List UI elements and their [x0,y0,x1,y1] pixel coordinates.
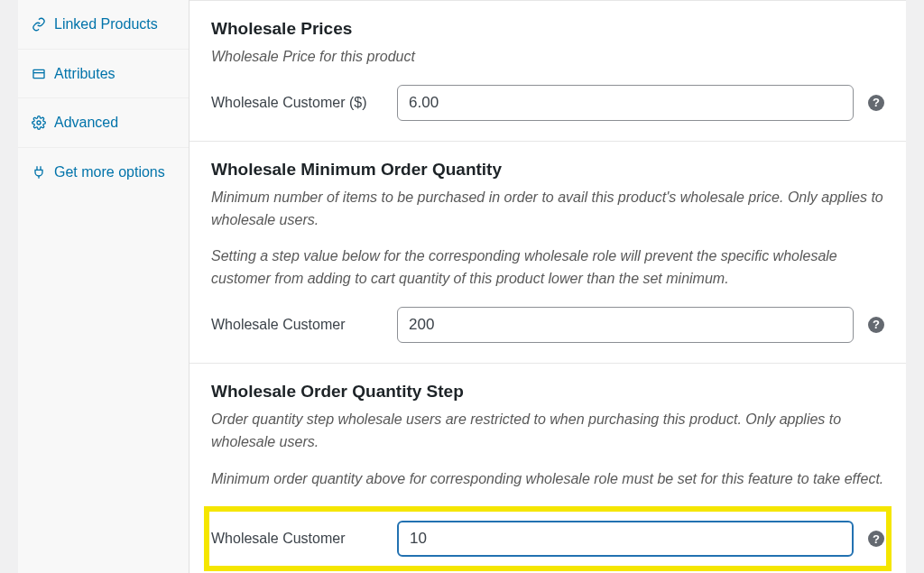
sidebar-item-label: Get more options [54,162,165,182]
section-help-text: Wholesale Price for this product [211,46,884,69]
help-icon[interactable]: ? [868,95,884,111]
svg-point-2 [37,121,41,125]
min-qty-input[interactable] [397,307,854,343]
field-row-step: Wholesale Customer ? [211,521,884,557]
step-input[interactable] [397,521,854,557]
section-wholesale-prices: Wholesale Prices Wholesale Price for thi… [189,0,906,142]
svg-rect-0 [33,69,44,78]
section-help-text: Minimum number of items to be purchased … [211,187,884,232]
field-label: Wholesale Customer ($) [211,95,383,111]
field-label: Wholesale Customer [211,531,383,547]
section-title: Wholesale Order Quantity Step [211,382,884,402]
section-help-text: Setting a step value below for the corre… [211,245,884,291]
wholesale-price-input[interactable] [397,85,854,121]
field-label: Wholesale Customer [211,317,383,333]
section-wholesale-step: Wholesale Order Quantity Step Order quan… [189,364,906,573]
sidebar-item-label: Linked Products [54,14,158,34]
field-row-min-qty: Wholesale Customer ? [211,307,884,343]
link-icon [31,16,47,32]
layout: Linked Products Attributes [18,0,906,573]
help-icon[interactable]: ? [868,317,884,333]
help-icon[interactable]: ? [868,531,884,547]
sidebar-item-advanced[interactable]: Advanced [18,98,189,148]
sidebar-item-attributes[interactable]: Attributes [18,50,189,99]
section-help-text: Minimum order quantity above for corresp… [211,468,884,491]
card-icon [31,66,47,82]
section-title: Wholesale Minimum Order Quantity [211,160,884,180]
main-content: Wholesale Prices Wholesale Price for thi… [189,0,906,573]
section-help-text: Order quantity step wholesale users are … [211,409,884,454]
sidebar-item-label: Advanced [54,113,118,133]
sidebar-item-get-more-options[interactable]: Get more options [18,148,189,197]
section-wholesale-min-qty: Wholesale Minimum Order Quantity Minimum… [189,142,906,364]
plug-icon [31,164,47,180]
sidebar-item-linked-products[interactable]: Linked Products [18,0,189,50]
page-wrap: Linked Products Attributes [0,0,924,573]
section-title: Wholesale Prices [211,19,884,39]
field-row-wholesale-price: Wholesale Customer ($) ? [211,85,884,121]
sidebar-item-label: Attributes [54,64,116,84]
sidebar: Linked Products Attributes [18,0,189,573]
gear-icon [31,115,47,131]
highlighted-field-wrapper: Wholesale Customer ? [211,506,884,571]
